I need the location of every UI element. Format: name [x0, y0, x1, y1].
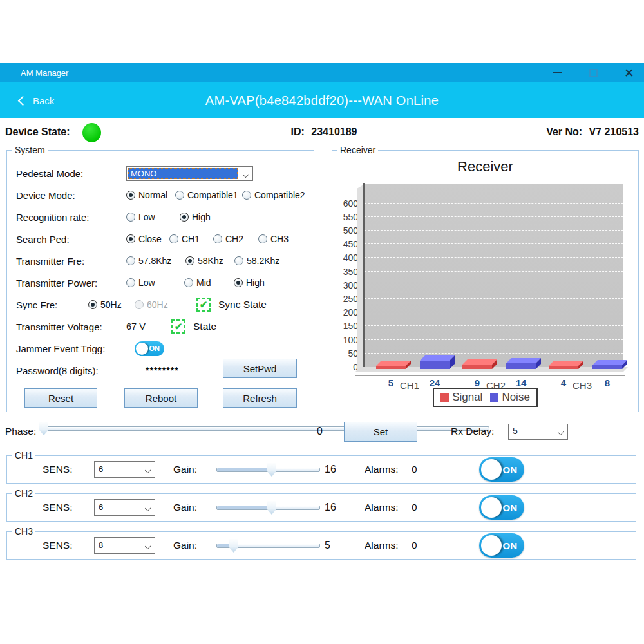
chart-plot	[365, 184, 623, 367]
radio-icon	[242, 191, 251, 200]
radio-compatible2[interactable]: Compatible2	[242, 190, 305, 200]
alarms-value: 0	[412, 540, 417, 551]
app-title: AM Manager	[21, 68, 68, 78]
pedestal-mode-selected-value: MONO	[128, 168, 238, 179]
sens-value: 6	[99, 502, 103, 512]
radio-label: Compatible1	[187, 190, 238, 200]
search-ped-row: Search Ped: Close CH1 CH2 CH3	[7, 228, 314, 250]
radio-57-8khz[interactable]: 57.8Khz	[126, 256, 185, 266]
toggle-knob	[481, 497, 502, 518]
toggle-on-label: ON	[503, 540, 518, 551]
close-button[interactable]: ✕	[621, 64, 638, 81]
radio-power-high[interactable]: High	[234, 278, 265, 288]
ch1-groupbox: CH1 SENS: 6 Gain: 16 Alarms: 0 ON	[6, 455, 636, 484]
radio-58-2khz[interactable]: 58.2Khz	[234, 256, 279, 266]
radio-label: 58.2Khz	[247, 256, 279, 266]
slider-thumb[interactable]	[39, 422, 48, 435]
chevron-down-icon	[558, 429, 564, 435]
receiver-groupbox-label: Receiver	[337, 145, 378, 155]
slider-thumb[interactable]	[267, 463, 276, 477]
id-value: 23410189	[311, 126, 357, 137]
set-button[interactable]: Set	[344, 422, 417, 442]
chart-title: Receiver	[332, 158, 638, 175]
ver-label: Ver No:	[546, 126, 582, 137]
system-rows: Pedestal Mode: MONO Device Mode: Normal …	[7, 151, 314, 412]
gain-label: Gain:	[173, 540, 197, 551]
pedestal-mode-label: Pedestal Mode:	[16, 168, 126, 179]
radio-label: 60Hz	[147, 299, 168, 310]
ch3-sens-select[interactable]: 8	[94, 537, 155, 554]
ver-value: V7 210513	[589, 126, 639, 137]
radio-power-low[interactable]: Low	[126, 278, 184, 288]
ch3-toggle[interactable]: ON	[479, 533, 524, 558]
state-checkbox[interactable]: ✔	[171, 319, 185, 334]
radio-normal[interactable]: Normal	[126, 190, 175, 200]
transmitter-voltage-row: Transmitter Voltage: 67 V ✔ State	[7, 316, 314, 337]
radio-icon	[126, 213, 135, 222]
jammer-toggle[interactable]: ON	[135, 341, 164, 356]
radio-label: 50Hz	[100, 299, 122, 310]
chart-bar	[549, 366, 578, 369]
voltage-value: 67 V	[126, 321, 155, 332]
radio-power-mid[interactable]: Mid	[184, 278, 234, 288]
slider-thumb[interactable]	[267, 501, 276, 515]
radio-ch2[interactable]: CH2	[213, 234, 258, 244]
ch2-gain-slider[interactable]	[216, 499, 320, 516]
radio-label: Compatible2	[254, 190, 305, 200]
radio-ch3[interactable]: CH3	[258, 234, 289, 244]
ch1-sens-select[interactable]: 6	[94, 461, 155, 478]
chart-bar	[462, 365, 492, 369]
sync-fre-row: Sync Fre: 50Hz 60Hz ✔ Sync State	[7, 294, 314, 316]
chevron-down-icon	[145, 543, 151, 549]
legend-item: Signal	[440, 391, 482, 404]
radio-label: Close	[138, 234, 162, 244]
alarms-value: 0	[412, 464, 417, 475]
sync-state-checkbox[interactable]: ✔	[196, 298, 211, 312]
device-mode-label: Device Mode:	[16, 190, 126, 201]
legend-swatch-icon	[490, 393, 498, 402]
alarms-label: Alarms:	[365, 540, 399, 551]
phase-slider[interactable]	[44, 420, 489, 437]
chart-x-axis	[355, 374, 625, 374]
ch2-groupbox: CH2 SENS: 6 Gain: 16 Alarms: 0 ON	[6, 493, 636, 522]
rx-delay-select[interactable]: 5	[508, 424, 568, 440]
id-label: ID:	[291, 126, 305, 137]
radio-50hz[interactable]: 50Hz	[88, 299, 135, 310]
radio-high[interactable]: High	[180, 212, 211, 222]
ch1-gain-slider[interactable]	[216, 461, 320, 478]
setpwd-button[interactable]: SetPwd	[223, 359, 297, 378]
radio-58khz[interactable]: 58Khz	[185, 256, 234, 266]
radio-icon	[180, 213, 189, 222]
recognition-rate-label: Recognition rate:	[16, 212, 126, 223]
reset-button-label: Reset	[48, 393, 73, 404]
chevron-down-icon	[145, 505, 151, 511]
chart-x-axis-2	[355, 375, 625, 376]
reboot-button[interactable]: Reboot	[124, 388, 198, 408]
sync-fre-label: Sync Fre:	[16, 299, 88, 310]
ch3-gain-slider[interactable]	[216, 537, 320, 554]
legend-item: Noise	[490, 391, 529, 404]
refresh-button[interactable]: Refresh	[223, 388, 297, 408]
state-label: State	[193, 321, 216, 332]
radio-label: Low	[138, 278, 155, 288]
radio-low[interactable]: Low	[126, 212, 180, 222]
chart-bar	[376, 366, 406, 369]
ch1-toggle[interactable]: ON	[479, 457, 524, 482]
minimize-button[interactable]	[549, 64, 565, 81]
radio-ch1[interactable]: CH1	[169, 234, 213, 244]
setpwd-button-label: SetPwd	[243, 363, 277, 374]
reset-button[interactable]: Reset	[24, 388, 97, 408]
ch2-sens-select[interactable]: 6	[94, 499, 155, 516]
radio-close[interactable]: Close	[126, 234, 169, 244]
recognition-rate-row: Recognition rate: Low High	[7, 206, 314, 228]
sens-value: 6	[99, 464, 103, 474]
chart-legend-wrap: SignalNoise	[332, 388, 638, 407]
slider-thumb[interactable]	[229, 539, 238, 553]
ch2-toggle[interactable]: ON	[479, 495, 524, 520]
radio-compatible1[interactable]: Compatible1	[175, 190, 242, 200]
phase-row: Phase: 0 Set Rx Delay: 5	[0, 420, 644, 444]
maximize-button[interactable]	[585, 64, 601, 81]
radio-label: CH2	[225, 234, 243, 244]
radio-label: Mid	[196, 278, 211, 288]
pedestal-mode-select[interactable]: MONO	[126, 166, 253, 181]
